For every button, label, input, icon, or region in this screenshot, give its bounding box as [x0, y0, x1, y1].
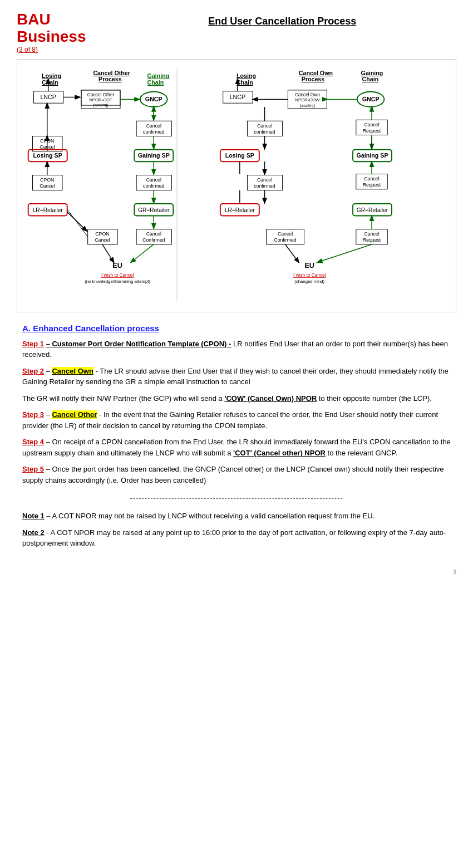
svg-text:LR=Retailer: LR=Retailer — [33, 207, 63, 213]
note2-text: - A COT NPOR may be raised at any point … — [22, 528, 446, 548]
step2b-para: The GR will notify their N/W Partner (th… — [22, 393, 451, 404]
step1-rest: – Customer Port Order Notification Templ… — [44, 340, 231, 348]
svg-text:Cancel: Cancel — [364, 231, 379, 237]
step4-underline: 'COT' (Cancel other) NPOR — [233, 449, 326, 457]
svg-text:GNCP: GNCP — [362, 96, 380, 102]
divider-line: ----------------------------------------… — [22, 494, 451, 502]
step4-para: Step 4 – On receipt of a CPON cancellati… — [22, 437, 451, 458]
note1-para: Note 1 – A COT NPOR may not be raised by… — [22, 511, 451, 522]
svg-text:Cancel: Cancel — [146, 231, 161, 237]
note1-label: Note 1 — [22, 512, 45, 520]
header-area: BAU Business (3 of 8) End User Cancellat… — [17, 11, 456, 53]
svg-text:(changed mind): (changed mind) — [294, 279, 324, 284]
section-a: A. Enhanced Cancellation process Step 1 … — [17, 321, 456, 557]
step3-dash: – — [44, 410, 52, 419]
step5-text: – Once the port order has been cancelled… — [22, 465, 444, 484]
step3-label: Step 3 — [22, 410, 44, 419]
svg-text:Cancel: Cancel — [364, 122, 379, 127]
step3-para: Step 3 – Cancel Other - In the event tha… — [22, 409, 451, 431]
step3-highlight: Cancel Other — [52, 410, 97, 419]
svg-text:Gaining SP: Gaining SP — [357, 152, 388, 159]
svg-text:Losing SP: Losing SP — [225, 152, 254, 159]
svg-line-108 — [318, 244, 372, 262]
svg-text:Process: Process — [302, 76, 325, 82]
svg-text:LR=Retailer: LR=Retailer — [225, 207, 255, 213]
svg-text:NPOR-COW: NPOR-COW — [295, 97, 320, 102]
bau-business: Business — [17, 28, 86, 46]
bau-title: BAU — [17, 11, 86, 28]
svg-text:Process: Process — [98, 76, 122, 82]
svg-text:LNCP: LNCP — [40, 94, 56, 100]
svg-text:(acc/mj): (acc/mj) — [93, 102, 109, 107]
step4-label: Step 4 — [22, 438, 44, 446]
svg-text:Cancel: Cancel — [257, 177, 272, 183]
svg-text:Request: Request — [363, 237, 381, 243]
section-a-title: A. Enhanced Cancellation process — [22, 323, 451, 333]
svg-text:Cancel: Cancel — [40, 183, 55, 188]
svg-text:Request: Request — [363, 127, 381, 133]
svg-text:Cancel Other: Cancel Other — [93, 69, 130, 76]
svg-text:LNCP: LNCP — [230, 94, 246, 100]
svg-text:Cancel Own: Cancel Own — [299, 69, 333, 76]
svg-text:Confirmed: Confirmed — [274, 237, 296, 243]
svg-text:Cancel: Cancel — [257, 123, 272, 129]
note2-label: Note 2 — [22, 528, 45, 537]
svg-text:CPON: CPON — [95, 231, 109, 237]
page-title: End User Cancellation Process — [109, 11, 457, 27]
svg-text:Gaining SP: Gaining SP — [138, 152, 170, 159]
svg-text:Cancel: Cancel — [146, 177, 161, 183]
svg-line-55 — [102, 244, 114, 262]
svg-text:Cancel: Cancel — [364, 176, 379, 182]
step2b-underline: 'COW' (Cancel Own) NPOR — [224, 394, 317, 403]
svg-text:Cancel: Cancel — [278, 231, 293, 237]
svg-text:GR=Retailer: GR=Retailer — [357, 207, 388, 213]
note1-text: – A COT NPOR may not be raised by LNCP w… — [45, 512, 375, 520]
svg-line-52 — [67, 209, 88, 237]
svg-text:Cancel: Cancel — [95, 237, 110, 243]
step2-label: Step 2 — [22, 367, 44, 375]
svg-text:Cancel Own: Cancel Own — [295, 92, 320, 97]
svg-text:GNCP: GNCP — [145, 96, 162, 102]
step2-para: Step 2 – Cancel Own - The LR should advi… — [22, 366, 451, 388]
step4-text2: to the relevant GNCP. — [326, 449, 397, 457]
page-number: 3 — [17, 568, 456, 575]
svg-text:confirmed: confirmed — [143, 129, 164, 134]
svg-text:Cancel: Cancel — [146, 123, 161, 129]
svg-text:I wish to Cancel: I wish to Cancel — [101, 273, 134, 278]
svg-line-107 — [285, 244, 298, 262]
svg-text:EU: EU — [112, 261, 122, 269]
svg-text:EU: EU — [304, 261, 314, 269]
svg-line-54 — [131, 244, 154, 262]
step1-label: Step 1 — [22, 340, 44, 348]
svg-text:Chain: Chain — [42, 79, 58, 86]
svg-text:Cancel Other: Cancel Other — [87, 92, 115, 97]
svg-text:NPOR-COT: NPOR-COT — [89, 97, 112, 102]
svg-text:Gaining: Gaining — [147, 72, 170, 79]
svg-text:confirmed: confirmed — [254, 183, 275, 188]
svg-text:Confirmed: Confirmed — [142, 237, 165, 243]
step5-label: Step 5 — [22, 465, 44, 473]
flow-diagram: Losing Chain Cancel Other Process Gainin… — [23, 65, 450, 305]
step2-dash: – — [44, 367, 52, 375]
step5-para: Step 5 – Once the port order has been ca… — [22, 464, 451, 486]
bau-sub: (3 of 8) — [17, 46, 86, 53]
svg-text:GR=Retailer: GR=Retailer — [138, 207, 170, 213]
svg-text:confirmed: confirmed — [254, 129, 275, 134]
step1-para: Step 1 – Customer Port Order Notificatio… — [22, 339, 451, 360]
svg-text:Chain: Chain — [147, 79, 164, 86]
svg-text:Losing SP: Losing SP — [33, 152, 62, 159]
svg-text:Chain: Chain — [237, 79, 253, 86]
svg-text:Losing: Losing — [42, 72, 61, 79]
svg-text:(no knowledge/Slamming attempt: (no knowledge/Slamming attempt) — [85, 279, 150, 284]
step2b-text2: to their opposite number (the LCP). — [317, 394, 432, 403]
svg-text:Gaining: Gaining — [361, 69, 383, 76]
svg-text:CPON: CPON — [40, 177, 54, 183]
svg-text:(acc/mj): (acc/mj) — [300, 103, 316, 108]
svg-text:I wish to Cancel: I wish to Cancel — [293, 273, 326, 278]
svg-text:confirmed: confirmed — [143, 183, 164, 188]
step2b-text: The GR will notify their N/W Partner (th… — [22, 394, 224, 403]
step2-highlight: Cancel Own — [52, 367, 93, 375]
note2-para: Note 2 - A COT NPOR may be raised at any… — [22, 527, 451, 549]
svg-line-51 — [67, 212, 87, 231]
diagram-section: Losing Chain Cancel Other Process Gainin… — [17, 59, 456, 312]
